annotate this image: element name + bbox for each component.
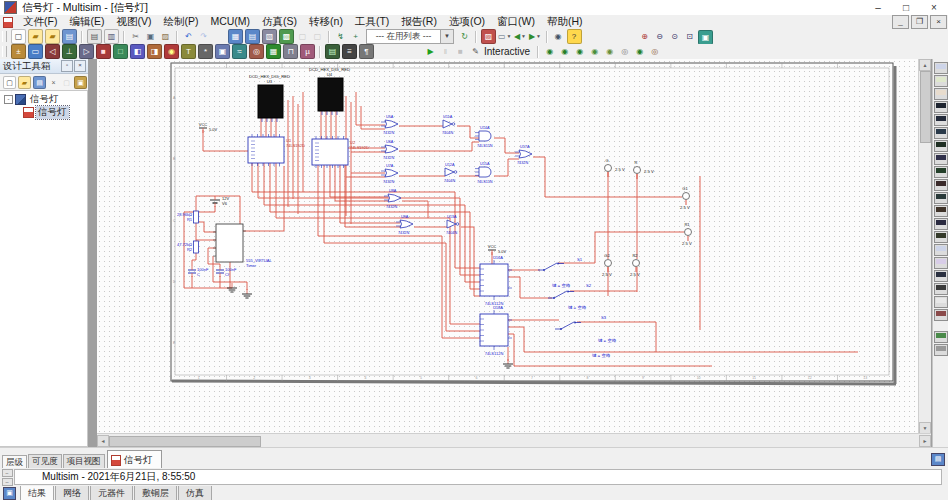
back-icon[interactable]: ◀▼ <box>514 30 527 43</box>
zoom-in-icon[interactable]: ⊕ <box>638 30 651 43</box>
spreadsheet-tab-网络[interactable]: 网络 <box>55 486 89 500</box>
place-diode-icon[interactable]: ◁ <box>45 44 60 59</box>
mdi-restore-button[interactable]: ❐ <box>911 15 928 29</box>
flipflop-U18A[interactable]: U18A74LS112N <box>480 305 512 356</box>
dropdown-arrow-icon[interactable]: ▼ <box>521 30 526 43</box>
spreadsheet-expand[interactable]: ‒ <box>2 469 13 477</box>
measurement-probe-icon[interactable] <box>934 331 948 343</box>
capacitor-C[interactable]: 100nFC <box>188 266 209 277</box>
probe-R1[interactable]: R12.5 V <box>682 222 692 246</box>
horizontal-scrollbar[interactable]: ◄ ► <box>97 433 931 447</box>
wire[interactable] <box>196 222 216 232</box>
probe-G[interactable]: G2.5 V <box>605 158 625 177</box>
current-clamp-icon[interactable] <box>934 309 948 321</box>
probe-settings-icon[interactable]: ◉ <box>543 45 556 58</box>
menu-文件[interactable]: 文件(F) <box>17 15 63 29</box>
function-generator-icon[interactable] <box>934 75 948 87</box>
place-power-icon[interactable]: T <box>181 44 196 59</box>
wire[interactable] <box>192 253 196 266</box>
document-tab[interactable]: 信号灯 <box>107 450 162 469</box>
spreadsheet-tab-结果[interactable]: 结果 <box>20 486 54 500</box>
scroll-up-button[interactable]: ▲ <box>919 59 931 71</box>
wire[interactable] <box>577 322 656 352</box>
gate-U11A[interactable]: U11A7404N <box>442 115 455 135</box>
wire[interactable] <box>243 166 284 231</box>
interactive-pencil-icon[interactable]: ✎ <box>469 45 482 58</box>
spreadsheet-tab-仿真[interactable]: 仿真 <box>178 486 212 500</box>
place-advanced-peripherals-icon[interactable]: ▣ <box>215 44 230 59</box>
toolbox-options-icon[interactable]: ▣ <box>74 76 87 89</box>
toolbox-tab-可见度[interactable]: 可见度 <box>28 454 62 469</box>
schematic-canvas[interactable]: 12345678910111213ABCDEDCD_HEX_DIG_REDU3D… <box>97 59 919 434</box>
display-U4[interactable]: DCD_HEX_DIG_REDU4 <box>309 67 350 115</box>
battery-V6[interactable]: 12VV6 <box>210 196 229 207</box>
vertical-scrollbar[interactable]: ▲ ▼ <box>918 59 931 434</box>
probe-power-icon[interactable]: ◉ <box>633 45 646 58</box>
toolbox-open-icon[interactable]: ▰ <box>18 76 31 89</box>
frequency-counter-icon[interactable] <box>934 140 948 152</box>
refresh-in-use-list-icon[interactable]: ↻ <box>458 30 471 43</box>
wire[interactable] <box>508 277 552 298</box>
gate-U14A[interactable]: U14A74LS11N <box>475 126 493 148</box>
place-rf-icon[interactable]: ≈ <box>232 44 247 59</box>
menu-视图[interactable]: 视图(V) <box>110 15 157 29</box>
zoom-out-icon[interactable]: ⊖ <box>653 30 666 43</box>
grapher-icon[interactable]: ▩ <box>279 29 294 44</box>
network-analyzer-icon[interactable] <box>934 231 948 243</box>
chip-U1[interactable]: U174LS192D <box>248 134 305 166</box>
wire[interactable] <box>461 227 480 296</box>
wire[interactable] <box>361 106 385 129</box>
capacitor-Cf[interactable]: 100nFCf <box>216 266 237 277</box>
wire[interactable] <box>203 130 248 151</box>
place-ttl-icon[interactable]: ■ <box>96 44 111 59</box>
toolbox-close-file-icon[interactable]: × <box>48 77 59 88</box>
mdi-minimize-button[interactable]: _ <box>892 15 909 29</box>
dropdown-arrow-icon[interactable]: ▼ <box>507 30 512 43</box>
ground-symbol[interactable] <box>227 283 237 292</box>
dropdown-arrow-icon[interactable]: ▼ <box>536 30 541 43</box>
toggle-design-toolbox-icon[interactable]: ▦ <box>228 29 243 44</box>
spreadsheet-collapse[interactable]: ┄ <box>2 478 13 486</box>
toolbox-pin-button[interactable]: ▫ <box>61 60 73 72</box>
place-connector-icon[interactable]: ⊓ <box>283 44 298 59</box>
horizontal-scroll-thumb[interactable] <box>109 436 261 447</box>
component-wizard-icon[interactable]: ↯ <box>334 30 347 43</box>
place-indicator-icon[interactable]: ◉ <box>164 44 179 59</box>
oscilloscope-icon[interactable] <box>934 101 948 113</box>
place-bus-icon[interactable]: ≡ <box>342 44 357 59</box>
wattmeter-icon[interactable] <box>934 88 948 100</box>
place-misc-digital-icon[interactable]: ◧ <box>130 44 145 59</box>
capture-area-icon[interactable]: ▭▼ <box>498 30 512 43</box>
place-comment-icon[interactable]: ¶ <box>359 44 374 59</box>
menu-工具[interactable]: 工具(T) <box>349 15 395 29</box>
tree-expander-icon[interactable]: - <box>4 95 13 104</box>
interactive-simulation-label[interactable]: Interactive <box>484 46 530 57</box>
close-button[interactable]: × <box>920 0 948 15</box>
copy-icon[interactable]: ▣ <box>144 30 157 43</box>
toggle-spreadsheet-icon[interactable]: ▤ <box>931 453 945 466</box>
menu-转移[interactable]: 转移(n) <box>303 15 349 29</box>
database-manager-icon[interactable]: ▧ <box>262 29 277 44</box>
agilent-function-generator-icon[interactable] <box>934 244 948 256</box>
gate-U12A[interactable]: U12A7404N <box>444 163 457 183</box>
tree-item-信号灯[interactable]: -信号灯 <box>0 93 87 106</box>
spectrum-analyzer-icon[interactable] <box>934 218 948 230</box>
electrical-rules-check-icon[interactable]: ▨ <box>481 29 496 44</box>
save-icon[interactable]: ▤ <box>62 29 77 44</box>
display-U3[interactable]: DCD_HEX_DIG_REDU3 <box>249 74 290 122</box>
cut-icon[interactable]: ✂ <box>129 30 142 43</box>
menu-窗口[interactable]: 窗口(W) <box>491 15 541 29</box>
vcc-node[interactable]: VCC5.0V <box>199 122 218 133</box>
gate-U13A[interactable]: U13A7404N <box>446 215 459 235</box>
gate-U17A[interactable]: U17A7432N <box>515 145 532 165</box>
probe-delete-icon[interactable]: ◎ <box>648 45 661 58</box>
place-electromechanical-icon[interactable]: ◎ <box>249 44 264 59</box>
spreadsheet-tab-敷铜层[interactable]: 敷铜层 <box>134 486 177 500</box>
maximize-button[interactable]: □ <box>892 0 920 15</box>
probe-G1[interactable]: G12.5 V <box>680 186 690 210</box>
probe-digital-icon[interactable]: ◎ <box>618 45 631 58</box>
agilent-oscilloscope-icon[interactable] <box>934 270 948 282</box>
place-misc-icon[interactable]: * <box>198 44 213 59</box>
print-preview-icon[interactable]: ▥ <box>104 29 119 44</box>
help-icon[interactable]: ? <box>567 29 582 44</box>
